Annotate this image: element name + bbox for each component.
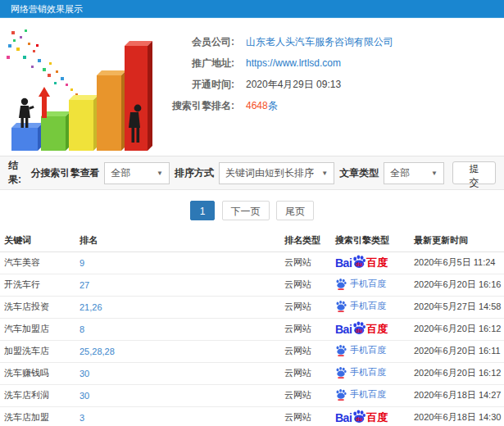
results-table-body: 汽车美容 9 云网站 Bai du 百度: [0, 252, 504, 426]
rank-value-link[interactable]: 3: [79, 413, 84, 423]
info-row-company: 会员公司: 山东老人头汽车服务咨询有限公司: [156, 31, 393, 52]
engine-cell: Bai du 百度: [331, 274, 410, 296]
table-row: 汽车加盟店 8 云网站 Bai du 百度: [0, 318, 504, 340]
baidu-paw-icon: du: [352, 320, 366, 335]
mobile-baidu-logo: 手机百度: [335, 366, 386, 378]
rank-type-cell: 云网站: [280, 384, 331, 406]
col-header-updated: 最新更新时间: [410, 229, 504, 252]
next-page-button[interactable]: 下一页: [222, 201, 270, 220]
mobile-baidu-paw-icon: [335, 388, 347, 401]
engine-filter-label: 分搜索引擎查看: [30, 166, 99, 180]
mobile-baidu-logo: 手机百度: [335, 388, 386, 401]
chevron-down-icon: ▼: [321, 170, 328, 177]
chevron-down-icon: ▼: [431, 170, 438, 177]
chevron-down-icon: ▼: [157, 170, 163, 177]
engine-cell: Bai du 百度: [331, 318, 410, 340]
table-row: 开洗车行 27 云网站 Bai du 百度: [0, 274, 504, 296]
info-row-url: 推广地址: https://www.lrtlsd.com: [156, 52, 393, 74]
rank-cell: 30: [75, 384, 280, 406]
rank-value-link[interactable]: 9: [79, 258, 84, 268]
page-button-current[interactable]: 1: [190, 201, 215, 220]
rank-cell: 27: [75, 274, 280, 296]
rank-value-link[interactable]: 30: [79, 391, 89, 401]
table-row: 洗车店投资 21,26 云网站 Bai du 百度: [0, 296, 504, 318]
promo-url-link[interactable]: https://www.lrtlsd.com: [246, 57, 341, 69]
svg-text:du: du: [356, 327, 362, 333]
rank-value-link[interactable]: 21,26: [79, 302, 102, 312]
bar-orange: [97, 70, 126, 151]
engine-rank-label: 搜索引擎排名:: [156, 99, 234, 113]
mobile-baidu-logo: 手机百度: [335, 300, 386, 312]
rank-cell: 3: [75, 406, 280, 426]
engine-filter-select[interactable]: 全部 ▼: [104, 162, 170, 184]
keyword-cell: 汽车美容: [0, 252, 75, 274]
pagination: 1 下一页 尾页: [0, 190, 504, 229]
company-info-section: 会员公司: 山东老人头汽车服务咨询有限公司 推广地址: https://www.…: [0, 18, 504, 156]
page-header: 网络营销效果展示: [0, 0, 504, 18]
article-type-value: 全部: [390, 166, 410, 180]
col-header-keyword: 关键词: [0, 229, 75, 252]
filter-controls: 分搜索引擎查看 全部 ▼ 排序方式 关键词由短到长排序 ▼ 文章类型 全部 ▼ …: [30, 161, 496, 184]
table-row: 汽车美容 9 云网站 Bai du 百度: [0, 252, 504, 274]
table-header-row: 关键词 排名 排名类型 搜索引擎类型 最新更新时间: [0, 229, 504, 252]
company-info-list: 会员公司: 山东老人头汽车服务咨询有限公司 推广地址: https://www.…: [156, 23, 393, 156]
sort-label: 排序方式: [175, 166, 214, 180]
keyword-cell: 洗车赚钱吗: [0, 362, 75, 384]
confetti-dots: [7, 29, 78, 96]
engine-cell: Bai du 百度: [331, 296, 410, 318]
open-time-label: 开通时间:: [156, 78, 234, 92]
rank-unit: 条: [268, 100, 278, 111]
rank-cell: 9: [75, 252, 280, 274]
keyword-cell: 汽车加盟店: [0, 318, 75, 340]
rank-cell: 21,26: [75, 296, 280, 318]
keyword-cell: 洗车店利润: [0, 384, 75, 406]
rank-value-link[interactable]: 27: [79, 280, 89, 290]
table-row: 加盟洗车店 25,28,28 云网站 Bai du 百度: [0, 340, 504, 362]
rank-type-cell: 云网站: [280, 296, 331, 318]
rank-type-cell: 云网站: [280, 318, 331, 340]
rank-type-cell: 云网站: [280, 362, 331, 384]
sort-value: 关键词由短到长排序: [225, 166, 314, 180]
mobile-baidu-paw-icon: [335, 300, 347, 312]
mobile-baidu-logo: 手机百度: [335, 344, 386, 356]
baidu-logo: Bai du 百度: [335, 256, 388, 270]
col-header-rank: 排名: [75, 229, 280, 252]
results-table: 关键词 排名 排名类型 搜索引擎类型 最新更新时间 汽车美容 9 云网站 Bai: [0, 229, 504, 426]
article-type-label: 文章类型: [339, 166, 379, 180]
rank-type-cell: 云网站: [280, 252, 331, 274]
company-name-link[interactable]: 山东老人头汽车服务咨询有限公司: [246, 35, 393, 49]
article-type-select[interactable]: 全部 ▼: [384, 162, 444, 184]
promo-url-label: 推广地址:: [156, 57, 234, 70]
table-row: 洗车店加盟 3 云网站 Bai du 百度: [0, 406, 504, 426]
col-header-engine-type: 搜索引擎类型: [331, 229, 410, 252]
updated-cell: 2020年6月5日 11:24: [410, 252, 504, 274]
updated-cell: 2020年6月20日 16:16: [410, 274, 504, 296]
info-row-rank-count: 搜索引擎排名: 4648条: [156, 95, 393, 116]
rank-count: 4648: [246, 100, 268, 111]
rank-type-cell: 云网站: [280, 274, 331, 296]
growth-chart-illustration: [0, 23, 156, 154]
updated-cell: 2020年5月27日 14:58: [410, 296, 504, 318]
mobile-baidu-paw-icon: [335, 344, 347, 356]
table-row: 洗车赚钱吗 30 云网站 Bai du 百度: [0, 362, 504, 384]
engine-cell: Bai du 百度: [331, 362, 410, 384]
sort-select[interactable]: 关键词由短到长排序 ▼: [219, 162, 334, 184]
keyword-cell: 洗车店投资: [0, 296, 75, 318]
submit-button[interactable]: 提交: [452, 161, 496, 184]
updated-cell: 2020年6月20日 16:11: [410, 340, 504, 362]
mobile-baidu-logo: 手机百度: [335, 278, 386, 290]
baidu-paw-icon: du: [352, 409, 366, 424]
updated-cell: 2020年6月20日 16:12: [410, 318, 504, 340]
rank-value-link[interactable]: 8: [79, 324, 84, 334]
rank-value-link[interactable]: 25,28,28: [79, 347, 115, 356]
keyword-cell: 加盟洗车店: [0, 340, 75, 362]
result-label: 结果:: [8, 159, 30, 187]
rank-value-link[interactable]: 30: [79, 369, 89, 378]
col-header-rank-type: 排名类型: [280, 229, 331, 252]
open-time-value: 2020年4月29日 09:13: [246, 78, 341, 92]
baidu-paw-icon: du: [352, 254, 366, 269]
last-page-button[interactable]: 尾页: [276, 201, 314, 220]
keyword-cell: 开洗车行: [0, 274, 75, 296]
baidu-logo: Bai du 百度: [335, 410, 388, 425]
updated-cell: 2020年6月18日 14:27: [410, 384, 504, 406]
